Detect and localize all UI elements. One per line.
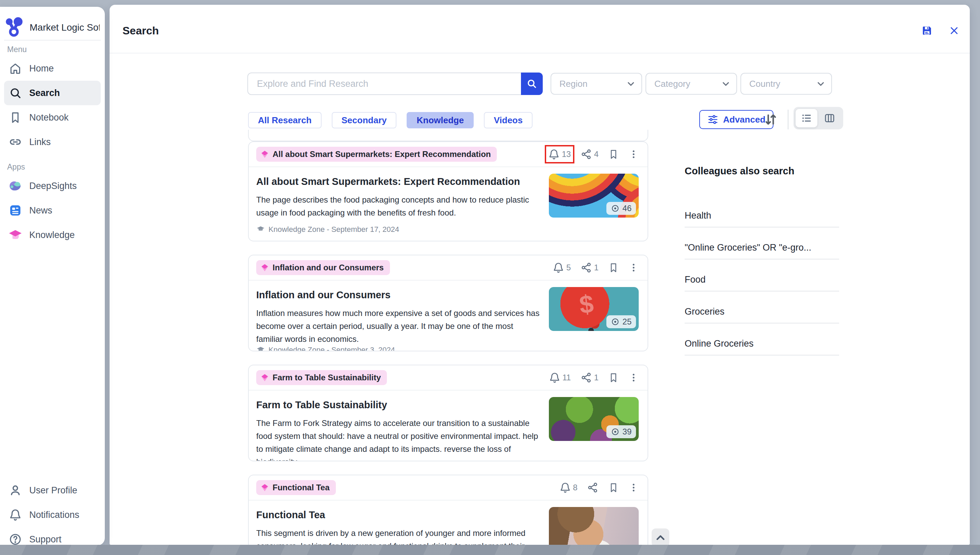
views-count: 46 bbox=[622, 204, 631, 213]
sidebar-item-user-profile[interactable]: User Profile bbox=[4, 478, 101, 502]
result-title[interactable]: Inflation and our Consumers bbox=[256, 289, 541, 301]
more-options-button[interactable] bbox=[628, 149, 639, 159]
bookmark-button[interactable] bbox=[608, 262, 619, 273]
search-input[interactable] bbox=[248, 72, 543, 95]
result-card[interactable]: Functional Tea 8 bbox=[248, 475, 648, 545]
share-icon bbox=[580, 372, 592, 383]
colleague-search-term[interactable]: Online Groceries bbox=[685, 324, 839, 356]
result-title[interactable]: Farm to Table Sustainability bbox=[256, 399, 541, 411]
alerts-button[interactable]: 13 bbox=[548, 148, 571, 160]
sidebar-item-home[interactable]: Home bbox=[4, 56, 101, 81]
sort-order-button[interactable] bbox=[762, 111, 780, 128]
result-description: Inflation measures how much more expensi… bbox=[256, 307, 541, 346]
colleague-search-term[interactable]: Food bbox=[685, 260, 839, 292]
chevron-down-icon bbox=[815, 79, 826, 89]
sidebar-item-search[interactable]: Search bbox=[4, 81, 101, 105]
views-count: 39 bbox=[622, 427, 631, 436]
result-thumbnail[interactable]: 46 bbox=[549, 174, 639, 218]
tab-videos[interactable]: Videos bbox=[484, 112, 532, 128]
advanced-button-label: Advanced bbox=[723, 114, 765, 125]
view-mode-toggle bbox=[793, 107, 843, 129]
tab-secondary[interactable]: Secondary bbox=[332, 112, 397, 128]
bookmark-button[interactable] bbox=[608, 482, 619, 493]
share-icon bbox=[587, 482, 598, 493]
save-search-button[interactable] bbox=[920, 24, 934, 37]
result-source: Knowledge Zone - September 17, 2024 bbox=[256, 225, 541, 241]
result-card-partial[interactable] bbox=[248, 130, 648, 141]
card-actions: 8 bbox=[560, 482, 639, 493]
bookmark-button[interactable] bbox=[608, 149, 619, 160]
colleagues-also-search: Colleagues also search Health "Online Gr… bbox=[685, 165, 839, 356]
sidebar-item-links[interactable]: Links bbox=[4, 130, 101, 154]
result-title[interactable]: Functional Tea bbox=[256, 509, 541, 521]
gem-icon bbox=[260, 483, 269, 492]
result-card-header: Inflation and our Consumers 5 bbox=[249, 255, 647, 281]
notebook-icon bbox=[8, 111, 22, 124]
results-list: All about Smart Supermarkets: Expert Rec… bbox=[248, 130, 649, 545]
alerts-button[interactable]: 8 bbox=[560, 482, 577, 493]
divider bbox=[4, 40, 101, 40]
bell-icon bbox=[560, 482, 571, 493]
topic-tag[interactable]: All about Smart Supermarkets: Expert Rec… bbox=[256, 147, 497, 162]
share-button[interactable]: 1 bbox=[580, 372, 598, 383]
tab-knowledge[interactable]: Knowledge bbox=[407, 112, 474, 128]
topic-tag[interactable]: Farm to Table Sustainability bbox=[256, 370, 387, 385]
country-dropdown[interactable]: Country bbox=[740, 73, 832, 95]
list-view-button[interactable] bbox=[796, 109, 817, 127]
more-options-button[interactable] bbox=[628, 483, 639, 493]
sidebar-item-notebook[interactable]: Notebook bbox=[4, 105, 101, 130]
sidebar-item-notifications[interactable]: Notifications bbox=[4, 502, 101, 527]
sidebar-item-label: Knowledge bbox=[29, 230, 75, 241]
share-button[interactable]: 1 bbox=[580, 262, 598, 273]
sidebar-item-label: DeepSights bbox=[29, 181, 77, 191]
topic-tag[interactable]: Inflation and our Consumers bbox=[256, 260, 390, 275]
topic-tag[interactable]: Functional Tea bbox=[256, 480, 336, 495]
chevron-down-icon bbox=[721, 79, 731, 89]
sidebar-item-label: Search bbox=[29, 88, 60, 98]
result-thumbnail[interactable]: 39 bbox=[549, 397, 639, 441]
colleague-search-term[interactable]: "Online Groceries" OR "e-gro... bbox=[685, 228, 839, 260]
result-description: The Farm to Fork Strategy aims to accele… bbox=[256, 417, 541, 461]
bell-icon bbox=[548, 148, 560, 160]
topic-tag-label: Farm to Table Sustainability bbox=[273, 373, 381, 382]
close-icon[interactable] bbox=[947, 24, 961, 37]
sidebar-item-news[interactable]: News bbox=[4, 198, 101, 223]
result-card-body: Functional Tea This segment is driven by… bbox=[249, 500, 647, 545]
knowledge-zone-icon bbox=[256, 225, 265, 234]
result-description: The page describes the food packaging co… bbox=[256, 193, 541, 219]
share-button[interactable] bbox=[587, 482, 598, 493]
main-panel: Search bbox=[110, 5, 970, 545]
result-card[interactable]: Farm to Table Sustainability 11 bbox=[248, 365, 648, 461]
deepsights-icon bbox=[8, 179, 22, 193]
result-thumbnail[interactable]: 25 bbox=[549, 287, 639, 331]
sidebar-item-deepsights[interactable]: DeepSights bbox=[4, 174, 101, 198]
sidebar-item-knowledge[interactable]: Knowledge bbox=[4, 223, 101, 247]
colleagues-heading: Colleagues also search bbox=[685, 165, 839, 177]
tab-all-research[interactable]: All Research bbox=[248, 112, 321, 128]
alerts-button[interactable]: 11 bbox=[549, 372, 571, 383]
market-logic-logo-icon bbox=[5, 17, 24, 38]
news-icon bbox=[8, 204, 22, 217]
alerts-button[interactable]: 5 bbox=[553, 262, 571, 273]
knowledge-app-icon bbox=[8, 228, 22, 242]
home-icon bbox=[8, 62, 22, 75]
bookmark-button[interactable] bbox=[608, 372, 619, 383]
result-card-header: Farm to Table Sustainability 11 bbox=[249, 365, 647, 391]
more-options-button[interactable] bbox=[628, 372, 639, 383]
search-submit-button[interactable] bbox=[521, 72, 543, 95]
result-card[interactable]: All about Smart Supermarkets: Expert Rec… bbox=[248, 141, 648, 241]
colleague-search-term[interactable]: Groceries bbox=[685, 292, 839, 324]
gem-icon bbox=[260, 263, 269, 272]
category-dropdown[interactable]: Category bbox=[646, 73, 737, 95]
column-view-button[interactable] bbox=[819, 109, 841, 127]
share-button[interactable]: 4 bbox=[580, 148, 598, 160]
colleague-search-term[interactable]: Health bbox=[685, 196, 839, 228]
scroll-to-top-button[interactable] bbox=[652, 528, 669, 545]
brand[interactable]: Market Logic Sof... bbox=[5, 16, 100, 39]
region-dropdown[interactable]: Region bbox=[551, 73, 642, 95]
result-title[interactable]: All about Smart Supermarkets: Expert Rec… bbox=[256, 176, 541, 187]
more-options-button[interactable] bbox=[628, 263, 639, 273]
result-card[interactable]: Inflation and our Consumers 5 bbox=[248, 255, 648, 351]
result-source: Knowledge Zone - September 3, 2024 bbox=[256, 346, 541, 351]
result-thumbnail[interactable] bbox=[549, 507, 639, 545]
